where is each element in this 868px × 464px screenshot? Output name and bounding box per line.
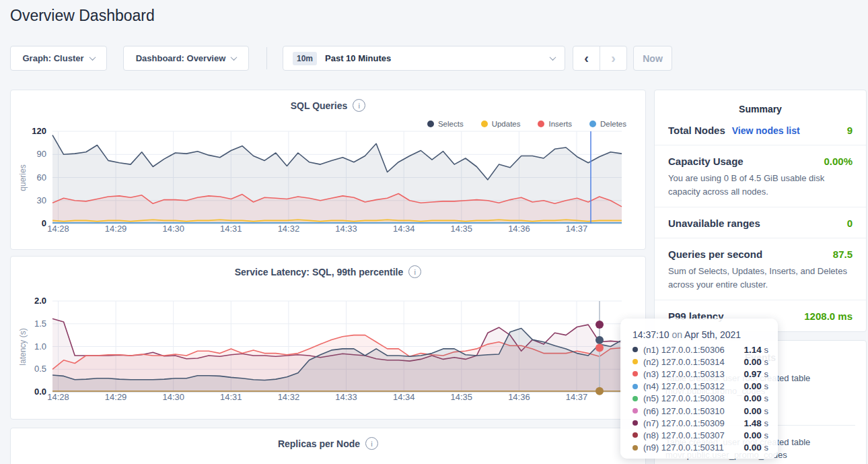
- legend-dot-icon: [589, 121, 596, 127]
- tooltip-rows: (n1) 127.0.0.1:503061.14 s(n2) 127.0.0.1…: [632, 343, 768, 454]
- graph-dropdown-label: Graph: Cluster: [22, 53, 83, 63]
- svg-text:30: 30: [37, 195, 46, 205]
- node-address: (n6) 127.0.0.1:50310: [643, 406, 739, 416]
- tooltip-node-row: (n9) 127.0.0.1:503110.00 s: [632, 442, 768, 454]
- dashboard-dropdown-label: Dashboard: Overview: [136, 53, 226, 63]
- svg-text:0.0: 0.0: [34, 387, 46, 397]
- view-nodes-list-link[interactable]: View nodes list: [732, 125, 800, 136]
- svg-text:14:31: 14:31: [220, 392, 242, 402]
- tooltip-node-row: (n7) 127.0.0.1:503091.48 s: [632, 417, 768, 429]
- now-button[interactable]: Now: [633, 46, 672, 71]
- summary-label: Queries per second: [668, 248, 762, 260]
- svg-text:14:29: 14:29: [105, 392, 127, 402]
- legend-item-deletes[interactable]: Deletes: [589, 120, 626, 128]
- node-address: (n2) 127.0.0.1:50314: [643, 357, 739, 367]
- node-address: (n1) 127.0.0.1:50306: [643, 345, 739, 355]
- summary-row: Total NodesView nodes list9: [655, 114, 866, 145]
- svg-text:2.0: 2.0: [34, 296, 46, 306]
- node-address: (n5) 127.0.0.1:50308: [643, 393, 739, 403]
- node-latency-value: 0.00 s: [744, 357, 768, 367]
- chevron-down-icon: [550, 54, 556, 61]
- node-latency-value: 0.00 s: [744, 406, 768, 416]
- node-color-dot-icon: [632, 371, 638, 376]
- info-icon[interactable]: i: [365, 437, 378, 450]
- sql-queries-legend: SelectsUpdatesInsertsDeletes: [427, 120, 626, 128]
- node-color-dot-icon: [632, 420, 638, 426]
- svg-text:14:30: 14:30: [162, 224, 184, 234]
- svg-text:14:28: 14:28: [47, 392, 69, 402]
- chart-title: Service Latency: SQL, 99th percentile: [235, 267, 404, 277]
- node-color-dot-icon: [632, 347, 638, 352]
- time-prev-button[interactable]: ‹: [573, 46, 600, 71]
- node-latency-value: 0.00 s: [744, 430, 768, 440]
- time-next-button[interactable]: ›: [600, 46, 627, 71]
- summary-value: 0: [847, 218, 853, 229]
- tooltip-timestamp: 14:37:10 on Apr 5th, 2021: [632, 329, 768, 340]
- node-color-dot-icon: [632, 359, 638, 364]
- svg-text:14:34: 14:34: [393, 392, 415, 402]
- svg-text:14:29: 14:29: [105, 224, 127, 234]
- node-address: (n7) 127.0.0.1:50309: [643, 418, 739, 428]
- svg-text:1.5: 1.5: [34, 319, 46, 329]
- svg-text:14:35: 14:35: [451, 392, 473, 402]
- replicas-per-node-panel: Replicas per Node i: [10, 428, 646, 464]
- tooltip-node-row: (n3) 127.0.0.1:503130.97 s: [632, 368, 768, 380]
- svg-text:14:36: 14:36: [508, 224, 530, 234]
- service-latency-chart: 14:2814:2914:3014:3114:3214:3314:3414:35…: [11, 294, 645, 409]
- tooltip-node-row: (n1) 127.0.0.1:503061.14 s: [632, 343, 768, 356]
- svg-text:14:33: 14:33: [335, 224, 357, 234]
- tooltip-node-row: (n4) 127.0.0.1:503120.00 s: [632, 380, 768, 393]
- info-icon[interactable]: i: [408, 265, 421, 278]
- summary-title: Summary: [655, 90, 866, 114]
- svg-text:0: 0: [42, 218, 46, 228]
- dashboard-dropdown[interactable]: Dashboard: Overview: [123, 46, 249, 71]
- service-latency-header: Service Latency: SQL, 99th percentile i: [11, 265, 645, 278]
- sql-queries-chart: 14:2814:2914:3014:3114:3214:3314:3414:35…: [11, 124, 645, 241]
- summary-value: 87.5: [833, 248, 853, 260]
- time-range-picker[interactable]: 10m Past 10 Minutes: [283, 46, 565, 71]
- node-color-dot-icon: [632, 396, 638, 401]
- svg-text:0.5: 0.5: [34, 364, 46, 374]
- legend-item-updates[interactable]: Updates: [481, 120, 521, 128]
- tooltip-node-row: (n2) 127.0.0.1:503140.00 s: [632, 356, 768, 368]
- time-range-label: Past 10 Minutes: [325, 53, 542, 63]
- graph-dropdown[interactable]: Graph: Cluster: [10, 46, 107, 71]
- svg-text:60: 60: [37, 172, 46, 183]
- svg-text:14:33: 14:33: [335, 392, 357, 402]
- svg-text:14:30: 14:30: [162, 392, 184, 402]
- svg-text:14:36: 14:36: [508, 392, 530, 402]
- svg-text:14:32: 14:32: [278, 224, 300, 234]
- toolbar-divider: [266, 47, 267, 69]
- replicas-per-node-header: Replicas per Node i: [11, 437, 645, 450]
- node-address: (n9) 127.0.0.1:50311: [643, 442, 739, 453]
- svg-text:14:32: 14:32: [278, 392, 300, 402]
- summary-description: You are using 0 B of 4.5 GiB usable disk…: [668, 172, 853, 198]
- svg-text:14:37: 14:37: [566, 224, 588, 234]
- summary-row: Queries per second87.5Sum of Selects, Up…: [655, 238, 866, 300]
- node-latency-value: 0.00 s: [744, 381, 768, 391]
- svg-text:queries: queries: [18, 164, 28, 191]
- legend-dot-icon: [427, 121, 434, 127]
- tooltip-node-row: (n6) 127.0.0.1:503100.00 s: [632, 405, 768, 417]
- summary-row: Unavailable ranges0: [655, 207, 866, 238]
- svg-text:latency (s): latency (s): [18, 328, 28, 365]
- svg-text:14:31: 14:31: [220, 224, 242, 234]
- legend-item-inserts[interactable]: Inserts: [538, 120, 572, 128]
- legend-item-selects[interactable]: Selects: [427, 120, 464, 128]
- svg-text:1.0: 1.0: [34, 341, 46, 352]
- summary-label: Total Nodes: [668, 125, 725, 136]
- svg-text:120: 120: [32, 126, 46, 136]
- svg-text:14:35: 14:35: [451, 224, 473, 234]
- summary-row: Capacity Usage0.00%You are using 0 B of …: [655, 145, 866, 207]
- service-latency-panel: Service Latency: SQL, 99th percentile i …: [10, 256, 646, 420]
- summary-label: Unavailable ranges: [668, 218, 760, 229]
- chart-title: Replicas per Node: [278, 438, 360, 449]
- page-title: Overview Dashboard: [10, 7, 155, 25]
- node-latency-value: 0.00 s: [744, 442, 768, 453]
- node-latency-value: 0.97 s: [744, 369, 768, 379]
- sql-queries-header: SQL Queries i: [11, 99, 645, 112]
- node-address: (n3) 127.0.0.1:50313: [643, 369, 739, 379]
- time-range-badge: 10m: [293, 52, 317, 65]
- node-address: (n8) 127.0.0.1:50307: [643, 430, 739, 440]
- info-icon[interactable]: i: [353, 99, 365, 112]
